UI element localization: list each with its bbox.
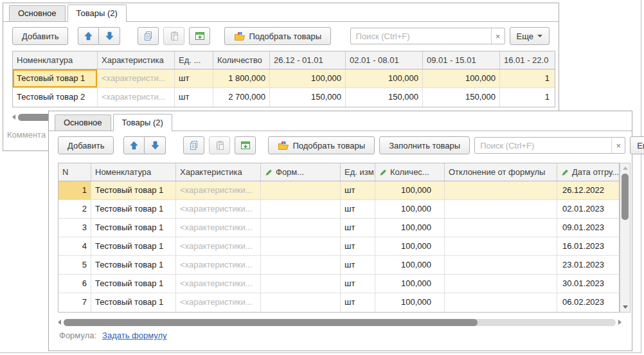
clear-search-icon[interactable]: × bbox=[611, 138, 625, 153]
cell-week3[interactable]: 150,000 bbox=[423, 88, 500, 107]
cell-ship-date[interactable]: 06.02.2023 bbox=[557, 293, 619, 312]
cell-deviation[interactable] bbox=[445, 181, 557, 199]
add-button[interactable]: Добавить bbox=[12, 27, 68, 45]
cell-formula[interactable] bbox=[261, 256, 341, 274]
col-header-n[interactable]: N bbox=[58, 163, 91, 181]
cell-ship-date[interactable]: 02.01.2023 bbox=[557, 200, 619, 218]
cell-n[interactable]: 6 bbox=[58, 275, 91, 293]
cell-n[interactable]: 1 bbox=[58, 181, 91, 199]
table-row[interactable]: 2 Тестовый товар 1 <характеристики... шт… bbox=[58, 200, 619, 219]
cell-unit[interactable]: шт bbox=[341, 275, 375, 293]
cell-characteristic[interactable]: <характеристики... bbox=[176, 181, 261, 199]
search-input[interactable] bbox=[351, 28, 491, 44]
col-header-deviation[interactable]: Отклонение от формулы bbox=[445, 163, 557, 181]
col-header-nomenclature[interactable]: Номенклатура bbox=[91, 163, 176, 181]
scroll-down-icon[interactable] bbox=[623, 305, 628, 309]
cell-nomenclature[interactable]: Тестовый товар 1 bbox=[13, 69, 98, 87]
cell-characteristic[interactable]: <характеристи... bbox=[98, 88, 175, 107]
cell-nomenclature[interactable]: Тестовый товар 1 bbox=[91, 219, 176, 237]
cell-formula[interactable] bbox=[261, 200, 341, 218]
cell-unit[interactable]: шт bbox=[341, 237, 375, 255]
cell-formula[interactable] bbox=[261, 293, 341, 312]
scrollbar-track[interactable] bbox=[64, 319, 616, 326]
col-header-characteristic[interactable]: Характеристика bbox=[176, 163, 261, 181]
horizontal-scrollbar[interactable] bbox=[58, 317, 622, 327]
cell-deviation[interactable] bbox=[445, 293, 557, 312]
cell-deviation[interactable] bbox=[445, 256, 557, 274]
cell-characteristic[interactable]: <характеристики... bbox=[176, 256, 261, 274]
col-header-formula[interactable]: Форм... bbox=[261, 163, 341, 181]
cell-nomenclature[interactable]: Тестовый товар 1 bbox=[91, 293, 176, 312]
cell-deviation[interactable] bbox=[445, 200, 557, 218]
table-row[interactable]: 6 Тестовый товар 1 <характеристики... шт… bbox=[58, 275, 619, 293]
cell-unit[interactable]: шт bbox=[175, 69, 213, 87]
col-header-unit[interactable]: Ед. изм. bbox=[341, 163, 375, 181]
cell-quantity[interactable]: 100,000 bbox=[375, 219, 445, 237]
pick-goods-button[interactable]: Подобрать товары bbox=[268, 136, 375, 154]
clear-search-icon[interactable]: × bbox=[491, 28, 505, 44]
cell-n[interactable]: 4 bbox=[58, 237, 91, 255]
add-button[interactable]: Добавить bbox=[58, 136, 114, 154]
paste-row-button[interactable] bbox=[163, 27, 184, 45]
move-up-button[interactable] bbox=[78, 27, 99, 45]
cell-n[interactable]: 7 bbox=[58, 293, 91, 312]
scroll-left-icon[interactable] bbox=[58, 320, 61, 325]
cell-quantity[interactable]: 100,000 bbox=[375, 275, 445, 293]
cell-ship-date[interactable]: 30.01.2023 bbox=[557, 275, 619, 293]
move-down-button[interactable] bbox=[99, 27, 120, 45]
cell-week2[interactable]: 100,000 bbox=[346, 69, 423, 87]
copy-row-button[interactable] bbox=[183, 136, 204, 154]
cell-quantity[interactable]: 2 700,000 bbox=[213, 88, 270, 107]
cell-nomenclature[interactable]: Тестовый товар 1 bbox=[91, 181, 176, 199]
col-header-nomenclature[interactable]: Номенклатура bbox=[13, 51, 98, 69]
table-row[interactable]: 5 Тестовый товар 1 <характеристики... шт… bbox=[58, 256, 619, 275]
cell-quantity[interactable]: 100,000 bbox=[375, 237, 445, 255]
cell-week2[interactable]: 150,000 bbox=[346, 88, 423, 107]
cell-week1[interactable]: 150,000 bbox=[270, 88, 346, 107]
cell-deviation[interactable] bbox=[445, 275, 557, 293]
cell-quantity[interactable]: 100,000 bbox=[375, 256, 445, 274]
cell-nomenclature[interactable]: Тестовый товар 1 bbox=[91, 200, 176, 218]
cell-ship-date[interactable]: 23.01.2023 bbox=[557, 256, 619, 274]
col-header-ship-date[interactable]: Дата отгру... bbox=[557, 163, 619, 181]
cell-unit[interactable]: шт bbox=[341, 219, 375, 237]
cell-quantity[interactable]: 100,000 bbox=[375, 181, 445, 199]
col-header-week4[interactable]: 16.01 - 22.0 bbox=[500, 51, 555, 69]
cell-ship-date[interactable]: 09.01.2023 bbox=[557, 219, 619, 237]
table-row[interactable]: 4 Тестовый товар 1 <характеристики... шт… bbox=[58, 237, 619, 256]
col-header-week2[interactable]: 02.01 - 08.01 bbox=[346, 51, 423, 69]
more-button[interactable]: Еще bbox=[630, 136, 644, 154]
scroll-left-icon[interactable] bbox=[12, 114, 15, 120]
col-header-characteristic[interactable]: Характеристика bbox=[98, 51, 175, 69]
cell-formula[interactable] bbox=[261, 237, 341, 255]
pick-goods-button[interactable]: Подобрать товары bbox=[224, 27, 331, 45]
col-header-unit[interactable]: Ед. ... bbox=[175, 51, 213, 69]
fill-goods-button[interactable]: Заполнить товары bbox=[379, 136, 470, 154]
paste-row-button[interactable] bbox=[209, 136, 230, 154]
cell-nomenclature[interactable]: Тестовый товар 2 bbox=[13, 88, 98, 107]
cell-deviation[interactable] bbox=[445, 219, 557, 237]
scrollbar-thumb[interactable] bbox=[622, 174, 629, 220]
cell-week4[interactable]: 1 bbox=[500, 69, 555, 87]
cell-characteristic[interactable]: <характеристи... bbox=[98, 69, 175, 87]
cell-formula[interactable] bbox=[261, 219, 341, 237]
cell-characteristic[interactable]: <характеристики... bbox=[176, 275, 261, 293]
cell-quantity[interactable]: 100,000 bbox=[375, 200, 445, 218]
cell-characteristic[interactable]: <характеристики... bbox=[176, 219, 261, 237]
scroll-up-icon[interactable] bbox=[623, 167, 628, 170]
search-input[interactable] bbox=[475, 138, 611, 153]
fill-table-button[interactable] bbox=[189, 27, 210, 45]
cell-characteristic[interactable]: <характеристики... bbox=[176, 200, 261, 218]
cell-nomenclature[interactable]: Тестовый товар 1 bbox=[91, 237, 176, 255]
cell-week3[interactable]: 100,000 bbox=[423, 69, 500, 87]
col-header-week1[interactable]: 26.12 - 01.01 bbox=[270, 51, 346, 69]
cell-deviation[interactable] bbox=[445, 237, 557, 255]
cell-nomenclature[interactable]: Тестовый товар 1 bbox=[91, 256, 176, 274]
cell-n[interactable]: 3 bbox=[58, 219, 91, 237]
more-button[interactable]: Еще bbox=[510, 27, 550, 45]
cell-quantity[interactable]: 100,000 bbox=[375, 293, 445, 312]
col-header-quantity[interactable]: Количес... bbox=[375, 163, 445, 181]
cell-unit[interactable]: шт bbox=[175, 88, 213, 107]
scroll-right-icon[interactable] bbox=[618, 320, 622, 325]
table-row[interactable]: Тестовый товар 1 <характеристи... шт 1 8… bbox=[13, 69, 555, 88]
